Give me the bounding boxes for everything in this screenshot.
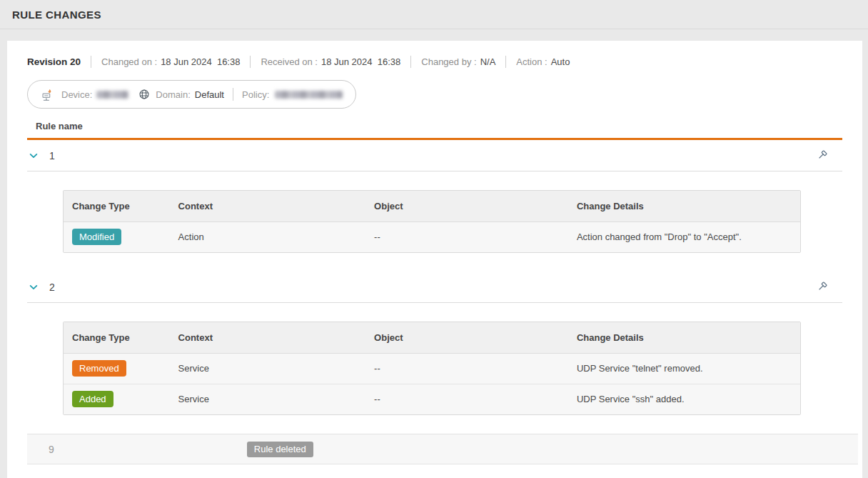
col-change-type: Change Type [64, 322, 170, 353]
change-type-badge: Modified [72, 229, 121, 245]
changed-on-label: Changed on : [101, 56, 157, 67]
gavel-icon[interactable] [816, 281, 828, 293]
revision-meta-line: Revision 20 Changed on : 18 Jun 2024 16:… [27, 55, 842, 68]
divider [91, 56, 91, 68]
rule-name: 9 [49, 444, 54, 455]
table-header-row: Change Type Context Object Change Detail… [64, 322, 800, 353]
revision-title: Revision 20 [27, 56, 81, 67]
col-context: Context [170, 322, 366, 353]
rule-deleted-badge: Rule deleted [247, 442, 313, 457]
col-change-details: Change Details [568, 322, 800, 353]
change-type-badge: Removed [72, 360, 126, 377]
change-details: Action changed from "Drop" to "Accept". [568, 221, 800, 252]
change-object: -- [365, 353, 568, 384]
changed-by-label: Changed by : [421, 56, 476, 67]
device-label: Device: [61, 89, 92, 100]
rule-changes-panel: Revision 20 Changed on : 18 Jun 2024 16:… [7, 41, 862, 478]
col-object: Object [365, 322, 568, 353]
action-value: Auto [551, 56, 570, 67]
rule-name-column-header: Rule name [27, 121, 842, 140]
domain-value: Default [195, 89, 224, 100]
change-context: Service [170, 353, 366, 384]
table-row: Modified Action -- Action changed from "… [64, 221, 800, 252]
rule-row-2[interactable]: 2 [27, 272, 842, 303]
divider [505, 56, 506, 68]
context-pill: Device: Domain: Default Policy: [27, 80, 356, 109]
change-type-badge: Added [72, 391, 113, 407]
rule-2-change-table: Change Type Context Object Change Detail… [63, 322, 801, 415]
rule-1-change-table: Change Type Context Object Change Detail… [63, 190, 801, 253]
table-row: Removed Service -- UDP Service "telnet" … [64, 353, 800, 384]
received-on-value: 18 Jun 2024 16:38 [321, 56, 400, 67]
col-change-details: Change Details [568, 191, 800, 221]
policy-label: Policy: [242, 89, 269, 100]
change-object: -- [365, 384, 568, 414]
page-title: RULE CHANGES [12, 9, 101, 21]
change-details: UDP Service "telnet" removed. [568, 353, 800, 384]
change-object: -- [365, 221, 568, 252]
received-on-label: Received on : [261, 56, 318, 67]
rule-name: 2 [49, 282, 55, 293]
table-header-row: Change Type Context Object Change Detail… [64, 191, 800, 221]
firewall-device-icon [41, 87, 56, 102]
table-row: Added Service -- UDP Service "ssh" added… [64, 384, 800, 414]
action-label: Action : [516, 56, 547, 67]
col-context: Context [170, 191, 366, 221]
changed-by-value: N/A [480, 56, 496, 67]
divider [250, 56, 251, 68]
rule-name: 1 [49, 150, 55, 161]
globe-icon [138, 89, 150, 100]
chevron-down-icon[interactable] [29, 282, 39, 292]
divider [410, 56, 411, 68]
col-object: Object [365, 191, 568, 221]
deleted-rule-row: 9 Rule deleted [27, 434, 858, 464]
divider [233, 88, 233, 101]
policy-value-redacted [275, 91, 343, 99]
change-details: UDP Service "ssh" added. [568, 384, 800, 414]
page-header: RULE CHANGES [0, 0, 868, 29]
change-context: Service [170, 384, 366, 414]
col-change-type: Change Type [64, 191, 170, 221]
change-context: Action [170, 221, 366, 252]
rule-row-1[interactable]: 1 [27, 140, 842, 171]
device-value-redacted [96, 91, 128, 99]
domain-label: Domain: [156, 89, 190, 100]
chevron-down-icon[interactable] [29, 151, 39, 161]
changed-on-value: 18 Jun 2024 16:38 [161, 56, 240, 67]
gavel-icon[interactable] [816, 149, 828, 161]
